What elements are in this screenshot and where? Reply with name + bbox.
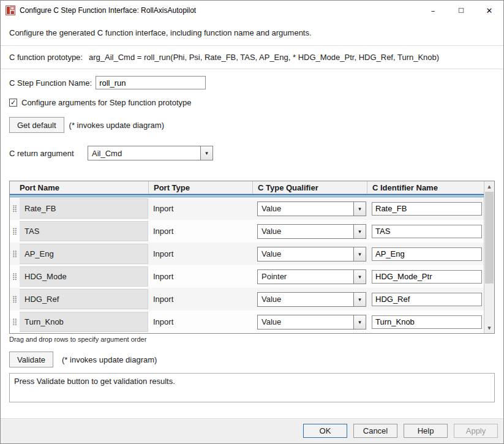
chevron-down-icon[interactable]: ▾	[353, 247, 366, 261]
c-type-qualifier-value: Value	[258, 202, 353, 216]
chevron-down-icon[interactable]: ▾	[353, 293, 366, 306]
scroll-down-button[interactable]: ▼	[484, 323, 494, 333]
c-type-qualifier-cell: Pointer ▾	[252, 265, 367, 288]
drag-handle-icon[interactable]: ⣿	[10, 265, 20, 288]
c-identifier-cell	[367, 288, 484, 310]
help-button[interactable]: Help	[404, 424, 448, 438]
c-type-qualifier-cell: Value ▾	[252, 243, 367, 265]
c-identifier-input[interactable]	[372, 293, 482, 306]
validate-row: Validate (* invokes update diagram)	[9, 352, 495, 367]
close-icon: ✕	[486, 6, 493, 15]
column-header-port-name: Port Name	[10, 181, 148, 194]
scrollbar-track[interactable]	[484, 192, 494, 323]
column-header-c-identifier-name: C Identifier Name	[367, 181, 484, 194]
port-name-cell: HDG_Ref	[20, 289, 148, 309]
c-type-qualifier-combobox[interactable]: Value ▾	[257, 315, 366, 329]
port-name-cell: Rate_FB	[20, 198, 148, 219]
drag-handle-icon[interactable]: ⣿	[10, 197, 20, 220]
chevron-down-icon[interactable]: ▾	[353, 315, 366, 329]
arguments-table-main: Port Name Port Type C Type Qualifier C I…	[10, 181, 484, 333]
c-identifier-input[interactable]	[372, 225, 482, 238]
step-function-name-input[interactable]	[96, 76, 206, 89]
drag-dots: ⣿	[12, 205, 17, 213]
table-scrollbar[interactable]: ▲ ▼	[484, 181, 494, 333]
window-title: Configure C Step Function Interface: Rol…	[20, 6, 419, 15]
validation-result-box: Press Validate button to get validation …	[9, 373, 495, 402]
drag-dots: ⣿	[12, 227, 17, 235]
step-function-name-row: C Step Function Name:	[9, 76, 495, 89]
footer-button-bar: OK Cancel Help Apply	[1, 418, 503, 443]
titlebar[interactable]: Configure C Step Function Interface: Rol…	[1, 1, 503, 20]
scrollbar-thumb[interactable]	[485, 192, 494, 284]
drag-handle-icon[interactable]: ⣿	[10, 243, 20, 265]
c-identifier-input[interactable]	[372, 202, 482, 216]
c-identifier-cell	[367, 310, 484, 333]
c-type-qualifier-combobox[interactable]: Pointer ▾	[257, 269, 366, 284]
c-type-qualifier-value: Value	[258, 293, 353, 306]
c-identifier-cell	[367, 197, 484, 220]
table-row[interactable]: ⣿ AP_Eng Inport Value ▾	[10, 243, 484, 265]
chevron-down-icon[interactable]: ▾	[353, 202, 366, 216]
step-function-name-label: C Step Function Name:	[9, 78, 92, 88]
c-type-qualifier-value: Value	[258, 225, 353, 238]
check-icon: ✓	[10, 99, 16, 106]
maximize-icon: ☐	[458, 7, 464, 15]
port-name-cell: HDG_Mode	[20, 266, 148, 287]
c-identifier-input[interactable]	[372, 315, 482, 329]
port-name-cell: TAS	[20, 221, 148, 241]
table-row[interactable]: ⣿ HDG_Ref Inport Value ▾	[10, 288, 484, 310]
chevron-down-icon[interactable]: ▾	[353, 270, 366, 284]
scroll-up-icon: ▲	[487, 184, 491, 189]
drag-handle-icon[interactable]: ⣿	[10, 288, 20, 310]
c-type-qualifier-combobox[interactable]: Value ▾	[257, 224, 366, 239]
column-header-port-type: Port Type	[148, 181, 252, 194]
get-default-row: Get default (* invokes update diagram)	[9, 117, 495, 133]
close-button[interactable]: ✕	[475, 1, 503, 20]
port-type-cell: Inport	[148, 265, 252, 288]
drag-handle-icon[interactable]: ⣿	[10, 220, 20, 243]
port-name-cell: Turn_Knob	[20, 312, 148, 332]
c-type-qualifier-value: Value	[258, 247, 353, 261]
table-row[interactable]: ⣿ HDG_Mode Inport Pointer ▾	[10, 265, 484, 288]
dialog-window: Configure C Step Function Interface: Rol…	[0, 0, 504, 444]
configure-arguments-label: Configure arguments for Step function pr…	[21, 98, 192, 107]
return-argument-combobox[interactable]: Ail_Cmd ▾	[88, 146, 213, 160]
cancel-button[interactable]: Cancel	[353, 424, 397, 438]
validate-button[interactable]: Validate	[9, 352, 53, 367]
drag-handle-icon[interactable]: ⣿	[10, 310, 20, 333]
c-type-qualifier-value: Pointer	[258, 270, 353, 284]
c-identifier-cell	[367, 265, 484, 288]
chevron-down-icon[interactable]: ▾	[200, 146, 213, 160]
return-argument-row: C return argument Ail_Cmd ▾	[9, 146, 495, 160]
table-row[interactable]: ⣿ TAS Inport Value ▾	[10, 220, 484, 243]
maximize-button[interactable]: ☐	[447, 1, 475, 20]
get-default-note: (* invokes update diagram)	[69, 121, 164, 130]
c-type-qualifier-combobox[interactable]: Value ▾	[257, 201, 366, 216]
c-type-qualifier-cell: Value ▾	[252, 288, 367, 310]
configure-arguments-row: ✓ Configure arguments for Step function …	[9, 98, 495, 107]
table-row[interactable]: ⣿ Turn_Knob Inport Value ▾	[10, 310, 484, 333]
c-type-qualifier-cell: Value ▾	[252, 220, 367, 243]
return-argument-label: C return argument	[9, 149, 88, 158]
scroll-down-icon: ▼	[487, 326, 491, 331]
c-identifier-input[interactable]	[372, 247, 482, 261]
c-type-qualifier-cell: Value ▾	[252, 197, 367, 220]
table-body: ⣿ Rate_FB Inport Value ▾ ⣿ TAS Inport Va…	[10, 197, 484, 333]
port-name-cell: AP_Eng	[20, 244, 148, 264]
dialog-content: Configure the generated C function inter…	[1, 20, 503, 418]
minimize-button[interactable]: –	[419, 1, 447, 20]
divider	[1, 69, 503, 69]
c-type-qualifier-combobox[interactable]: Value ▾	[257, 247, 366, 262]
apply-button[interactable]: Apply	[454, 424, 498, 438]
configure-arguments-checkbox[interactable]: ✓	[9, 99, 17, 107]
port-type-cell: Inport	[148, 197, 252, 220]
get-default-button[interactable]: Get default	[9, 117, 64, 133]
chevron-down-icon[interactable]: ▾	[353, 225, 366, 238]
c-type-qualifier-combobox[interactable]: Value ▾	[257, 292, 366, 307]
column-header-c-type-qualifier: C Type Qualifier	[252, 181, 367, 194]
c-identifier-input[interactable]	[372, 270, 482, 284]
ok-button[interactable]: OK	[303, 424, 347, 438]
validate-note: (* invokes update diagram)	[62, 355, 157, 364]
scroll-up-button[interactable]: ▲	[484, 181, 494, 192]
table-row[interactable]: ⣿ Rate_FB Inport Value ▾	[10, 197, 484, 220]
